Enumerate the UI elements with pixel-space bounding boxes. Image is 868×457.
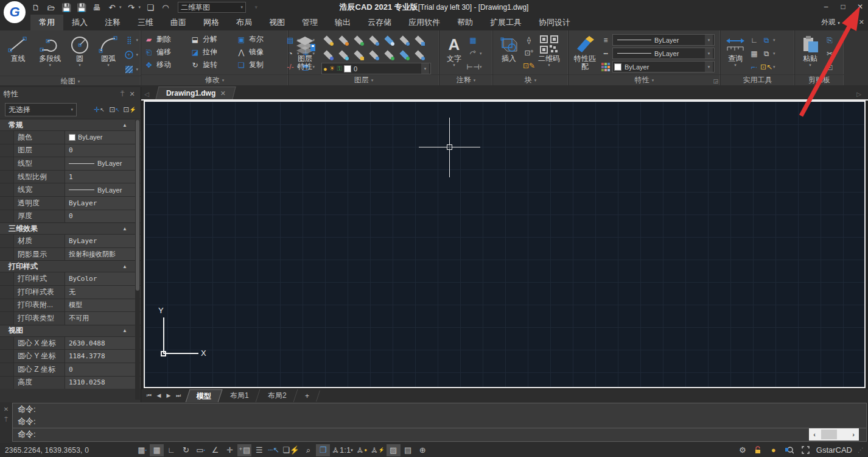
layer-isolate-icon[interactable] — [411, 33, 427, 48]
command-input-line[interactable]: 命令: — [13, 428, 866, 440]
dimension-caret-icon[interactable]: ▾ — [480, 65, 482, 69]
prop-row-thickness[interactable]: 厚度0 — [0, 210, 141, 223]
layout-tab-model[interactable]: 模型 — [185, 389, 222, 403]
layout-next-icon[interactable]: ▶ — [164, 392, 173, 399]
layout-tab-layout1[interactable]: 布局1 — [220, 389, 261, 402]
arc-button[interactable]: 圆弧 ▾ — [94, 33, 123, 68]
drawing-file-tab[interactable]: Drawing1.dwg ✕ — [155, 87, 236, 99]
panel-annotation-label[interactable]: 注释▾ — [439, 74, 492, 85]
workspace-combo[interactable]: 二维草图 ▾ — [178, 2, 246, 13]
prop-row-linetype-scale[interactable]: 线型比例1 — [0, 170, 141, 183]
draworder-caret-icon[interactable]: ▾ — [773, 51, 775, 56]
tab-manage[interactable]: 管理 — [293, 15, 326, 30]
save-icon[interactable]: 💾 — [61, 2, 72, 13]
palette-pin-icon[interactable]: ⍑ — [117, 90, 127, 98]
layout-tab-add[interactable]: + — [295, 391, 320, 402]
tab-output[interactable]: 输出 — [326, 15, 359, 30]
hardware-acceleration-bulb-icon[interactable]: ● — [769, 444, 779, 456]
app-logo[interactable]: G — [4, 1, 26, 23]
point-style-icon[interactable]: ⌐· — [749, 62, 760, 72]
snap-mode-icon[interactable]: ▦ — [150, 444, 164, 456]
prop-row-center-x[interactable]: 圆心 X 坐标2630.0488 — [0, 336, 141, 350]
arc-caret-icon[interactable]: ▾ — [107, 63, 110, 68]
leader-icon[interactable]: ◜° — [467, 49, 478, 58]
circle-button[interactable]: 圆 ▾ — [67, 33, 93, 68]
tab-layout[interactable]: 布局 — [228, 15, 261, 30]
circle-caret-icon[interactable]: ▾ — [79, 63, 81, 68]
cut-icon[interactable]: ✂ — [824, 49, 835, 58]
object-snap-icon[interactable]: ✛ — [223, 444, 237, 456]
prop-row-material[interactable]: 材质ByLayer — [0, 234, 141, 247]
polar-tracking-icon[interactable]: ↻ — [179, 444, 193, 456]
prop-row-color[interactable]: 颜色ByLayer — [0, 130, 141, 144]
resize-grip[interactable]: ⋰ — [858, 447, 864, 453]
table-icon[interactable]: ▦ — [467, 35, 478, 45]
point-tools-icon[interactable]: ⣿ — [124, 35, 135, 45]
isolate-objects-icon[interactable] — [784, 444, 795, 456]
linetype-combo[interactable]: ByLayer ▾ — [612, 48, 715, 59]
qrcode-button[interactable]: 二维码 ▾ — [536, 33, 562, 68]
layer-make-current-icon[interactable] — [381, 33, 396, 48]
boolean-button[interactable]: ▣布尔 — [236, 34, 282, 44]
layout-prev-icon[interactable]: ◀ — [155, 392, 163, 399]
clean-screen-icon[interactable] — [800, 444, 811, 456]
tab-home[interactable]: 常用 — [30, 15, 63, 30]
scroll-thumb[interactable] — [821, 430, 837, 439]
properties-dialog-launcher-icon[interactable]: ◲ — [713, 78, 718, 84]
open-file-icon[interactable]: 🗁 — [46, 2, 57, 13]
section-plot-style[interactable]: 打印样式▲ — [0, 260, 141, 272]
panel-properties-label[interactable]: 特性▾ — [569, 74, 720, 85]
donut-caret-icon[interactable]: ▾ — [136, 52, 138, 57]
quick-select-icon[interactable]: ⊡↖ — [761, 62, 772, 72]
measure-button[interactable]: 查询 ▾ — [723, 33, 747, 68]
stretch-button[interactable]: ◪拉伸 — [190, 47, 236, 57]
quick-select-button[interactable]: ✛↖ — [93, 104, 105, 116]
tab-surface[interactable]: 曲面 — [162, 15, 195, 30]
layer-copy-icon[interactable] — [396, 33, 411, 48]
prop-row-shadow[interactable]: 阴影显示投射和接收阴影 — [0, 247, 141, 261]
layer-thaw-icon[interactable] — [335, 33, 351, 48]
prop-row-lineweight[interactable]: 线宽ByLayer — [0, 183, 141, 196]
object-snap-tracking-icon[interactable]: ⁺▤ — [237, 444, 251, 456]
transparency-mode-icon[interactable]: ❏⚡ — [281, 444, 301, 456]
prop-row-center-y[interactable]: 圆心 Y 坐标1184.3778 — [0, 349, 141, 363]
linetype-list-icon[interactable]: ┅ — [600, 49, 611, 58]
match-properties-button[interactable]: 特性匹配 — [571, 33, 599, 71]
color-palette-icon[interactable] — [600, 62, 611, 72]
tab-annotate[interactable]: 注释 — [96, 15, 129, 30]
drawing-canvas[interactable]: Y X — [144, 101, 866, 388]
ui-lock-icon[interactable] — [753, 444, 763, 456]
layer-prev-icon[interactable] — [366, 48, 381, 62]
file-tab-close-icon[interactable]: ✕ — [220, 90, 226, 97]
select-objects-button[interactable]: ⊡↖ — [108, 104, 121, 116]
new-file-icon[interactable]: 🗋 — [30, 2, 41, 13]
close-button[interactable]: ✕ — [855, 1, 866, 12]
layer-off-icon[interactable] — [320, 48, 335, 62]
panel-block-label[interactable]: 块▾ — [493, 74, 568, 85]
grid-display-icon[interactable]: ▦▪ — [135, 444, 149, 456]
layer-freeze-icon[interactable] — [335, 48, 351, 62]
attribute-manage-icon[interactable]: ⊡✎ — [523, 61, 534, 71]
dataview-icon[interactable]: ▤ — [401, 444, 415, 456]
attribute-edit-icon[interactable]: ⊡° — [523, 48, 534, 58]
panel-layers-label[interactable]: 图层▾ — [289, 74, 439, 85]
group-icon[interactable]: ⧉ — [761, 35, 772, 45]
isoplane-icon[interactable]: ∠ — [208, 444, 222, 456]
prop-row-plot-style[interactable]: 打印样式ByColor — [0, 272, 141, 285]
quick-calculator-icon[interactable]: ▦ — [749, 49, 760, 58]
ribbon-minimize-icon[interactable]: — — [846, 19, 853, 26]
command-window[interactable]: 命令: 命令: 命令: ‹ › — [12, 403, 867, 442]
section-3d-effects[interactable]: 三维效果▲ — [0, 222, 141, 234]
prop-row-plot-table[interactable]: 打印样式表无 — [0, 285, 141, 299]
prop-row-center-z[interactable]: 圆心 Z 坐标0 — [0, 363, 141, 376]
document-close-icon[interactable]: ✕ — [859, 18, 864, 26]
ortho-mode-icon[interactable]: ∟ — [164, 444, 178, 456]
layout-first-icon[interactable]: ⏮ — [145, 392, 153, 399]
tab-cloud[interactable]: 云存储 — [359, 15, 400, 30]
paste-special-icon[interactable]: ⎗ — [824, 62, 835, 72]
layout-tab-layout2[interactable]: 布局2 — [257, 389, 298, 402]
qrcode-caret-icon[interactable]: ▾ — [548, 63, 550, 68]
panel-draw-label[interactable]: 绘图▾ — [0, 76, 141, 87]
tab-insert[interactable]: 插入 — [63, 15, 96, 30]
line-button[interactable]: 直线 — [2, 33, 33, 63]
